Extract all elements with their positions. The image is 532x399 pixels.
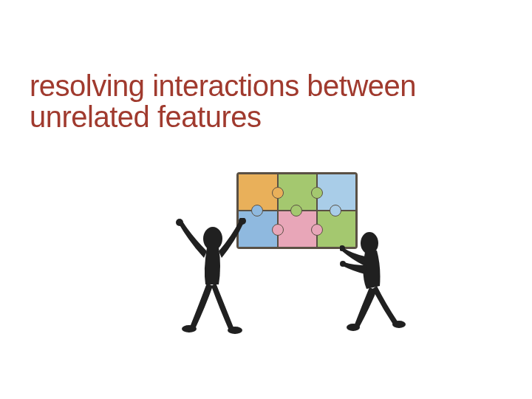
puzzle-knob	[290, 205, 302, 216]
svg-point-0	[203, 227, 222, 250]
svg-point-3	[182, 325, 197, 332]
puzzle-knob	[330, 205, 341, 216]
puzzle-knob	[251, 205, 263, 216]
slide-title: resolving interactions between unrelated…	[30, 70, 502, 132]
svg-point-4	[228, 327, 242, 334]
svg-point-9	[392, 321, 406, 328]
puzzle-knob	[311, 224, 323, 236]
slide: resolving interactions between unrelated…	[0, 0, 532, 399]
illustration	[170, 166, 406, 336]
puzzle-knob	[311, 187, 323, 199]
figure-right-icon	[340, 225, 414, 336]
puzzle-knob	[272, 224, 284, 236]
svg-point-8	[347, 324, 360, 331]
svg-point-7	[340, 261, 346, 267]
puzzle-knob	[272, 187, 284, 199]
svg-point-1	[176, 219, 183, 226]
figure-left-icon	[170, 218, 251, 336]
